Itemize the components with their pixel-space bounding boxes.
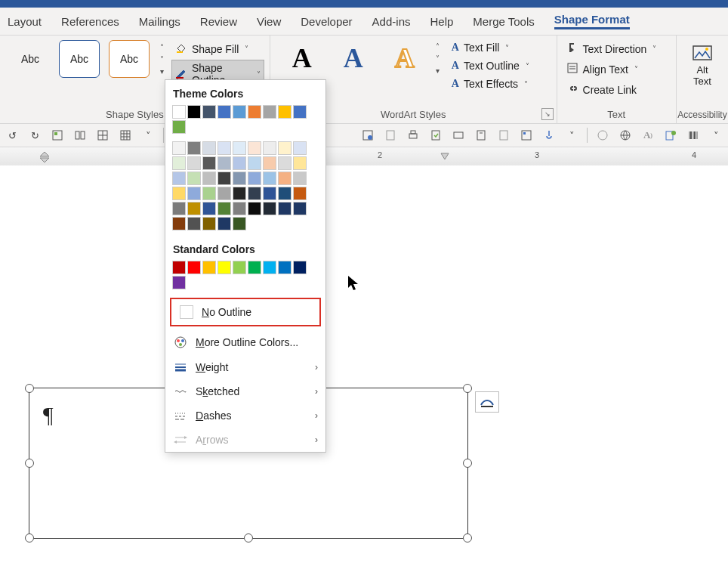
color-swatch[interactable] [202, 202, 216, 215]
color-swatch[interactable] [187, 172, 201, 185]
resize-handle[interactable] [25, 533, 34, 543]
color-swatch[interactable] [233, 202, 246, 215]
resize-handle[interactable] [463, 533, 472, 543]
color-swatch[interactable] [172, 105, 186, 119]
tab-layout[interactable]: Layout [8, 15, 42, 28]
color-swatch[interactable] [172, 261, 186, 274]
horizontal-ruler[interactable]: 2 3 4 [0, 147, 728, 165]
qat-icon[interactable] [519, 128, 534, 143]
color-swatch[interactable] [217, 141, 231, 155]
no-outline-button[interactable]: No Outline [171, 299, 319, 325]
dashes-submenu[interactable]: Dashes › [165, 403, 325, 428]
color-swatch[interactable] [217, 217, 231, 230]
color-swatch[interactable] [233, 172, 246, 185]
color-swatch[interactable] [202, 261, 216, 274]
gallery-down-icon[interactable]: ˅ [432, 52, 444, 64]
weight-submenu[interactable]: Weight › [165, 355, 325, 379]
align-text-button[interactable]: Align Text ˅ [563, 60, 660, 78]
text-effects-button[interactable]: A Text Effects ˅ [449, 76, 532, 91]
tab-help[interactable]: Help [430, 15, 453, 28]
color-swatch[interactable] [217, 202, 231, 215]
color-swatch[interactable] [293, 187, 307, 200]
color-swatch[interactable] [202, 217, 216, 230]
color-swatch[interactable] [248, 172, 261, 185]
qat-icon[interactable] [451, 128, 466, 143]
qat-table-icon[interactable] [118, 128, 133, 143]
qat-dropdown-icon[interactable]: ˅ [708, 128, 723, 143]
qat-undo-icon[interactable]: ↺ [5, 128, 20, 143]
qat-icon[interactable] [428, 128, 443, 143]
gallery-up-icon[interactable]: ˄ [156, 41, 168, 53]
color-swatch[interactable] [293, 141, 307, 155]
color-swatch[interactable] [187, 261, 201, 274]
color-swatch[interactable] [248, 141, 261, 155]
color-swatch[interactable] [293, 105, 307, 119]
color-swatch[interactable] [202, 156, 216, 170]
color-swatch[interactable] [293, 172, 307, 185]
color-swatch[interactable] [233, 187, 246, 200]
color-swatch[interactable] [233, 261, 246, 274]
qat-redo-icon[interactable]: ↻ [27, 128, 42, 143]
color-swatch[interactable] [248, 187, 261, 200]
alt-text-button[interactable]: Alt Text [683, 42, 722, 87]
resize-handle[interactable] [463, 384, 472, 393]
resize-handle[interactable] [463, 459, 472, 468]
shape-fill-button[interactable]: Shape Fill ˅ [172, 40, 264, 57]
qat-icon[interactable] [50, 128, 65, 143]
color-swatch[interactable] [172, 187, 186, 200]
shape-style-thumb-3[interactable]: Abc [109, 40, 150, 78]
qat-icon[interactable] [496, 128, 511, 143]
tab-addins[interactable]: Add-ins [372, 15, 411, 28]
shape-style-thumb-2[interactable]: Abc [59, 40, 100, 78]
color-swatch[interactable] [263, 187, 276, 200]
shape-style-thumb-1[interactable]: Abc [11, 41, 50, 77]
color-swatch[interactable] [202, 187, 216, 200]
color-swatch[interactable] [233, 105, 246, 119]
color-swatch[interactable] [233, 217, 246, 230]
qat-read-aloud-icon[interactable]: A) [640, 128, 656, 143]
color-swatch[interactable] [263, 202, 276, 215]
color-swatch[interactable] [278, 141, 292, 155]
text-fill-button[interactable]: A Text Fill ˅ [449, 40, 532, 55]
color-swatch[interactable] [278, 105, 292, 119]
qat-icon[interactable] [383, 128, 398, 143]
color-swatch[interactable] [263, 156, 276, 170]
qat-icon[interactable] [360, 128, 375, 143]
tab-mailings[interactable]: Mailings [139, 15, 180, 28]
tab-developer[interactable]: Developer [301, 15, 352, 28]
wordart-gallery-more[interactable]: ˄ ˅ ▾ [432, 40, 444, 76]
shape-style-gallery-more[interactable]: ˄ ˅ ▾ [156, 41, 168, 77]
resize-handle[interactable] [25, 459, 34, 468]
color-swatch[interactable] [187, 187, 201, 200]
color-swatch[interactable] [248, 261, 261, 274]
color-swatch[interactable] [217, 156, 231, 170]
qat-print-icon[interactable] [406, 128, 421, 143]
color-swatch[interactable] [202, 172, 216, 185]
right-indent-marker-icon[interactable] [440, 152, 450, 162]
color-swatch[interactable] [217, 261, 231, 274]
text-direction-button[interactable]: Text Direction ˅ [563, 40, 660, 57]
more-outline-colors-button[interactable]: More Outline Colors... [165, 329, 325, 355]
color-swatch[interactable] [263, 261, 276, 274]
gallery-up-icon[interactable]: ˄ [432, 40, 444, 52]
create-link-button[interactable]: Create Link [563, 81, 660, 98]
tab-review[interactable]: Review [200, 15, 237, 28]
qat-dropdown-icon[interactable]: ˅ [140, 128, 156, 143]
sketched-submenu[interactable]: Sketched › [165, 379, 325, 403]
resize-handle[interactable] [244, 533, 253, 543]
color-swatch[interactable] [233, 156, 246, 170]
color-swatch[interactable] [293, 156, 307, 170]
dialog-launcher-icon[interactable]: ↘ [541, 108, 554, 120]
color-swatch[interactable] [293, 261, 307, 274]
color-swatch[interactable] [217, 105, 231, 119]
layout-options-button[interactable] [475, 391, 499, 413]
color-swatch[interactable] [187, 105, 201, 119]
qat-icon[interactable] [72, 128, 88, 143]
color-swatch[interactable] [172, 156, 186, 170]
color-swatch[interactable] [217, 172, 231, 185]
tab-shape-format[interactable]: Shape Format [554, 13, 630, 29]
color-swatch[interactable] [187, 141, 201, 155]
color-swatch[interactable] [278, 187, 292, 200]
tab-merge-tools[interactable]: Merge Tools [473, 15, 534, 28]
wordart-thumb-1[interactable]: A [281, 40, 323, 76]
